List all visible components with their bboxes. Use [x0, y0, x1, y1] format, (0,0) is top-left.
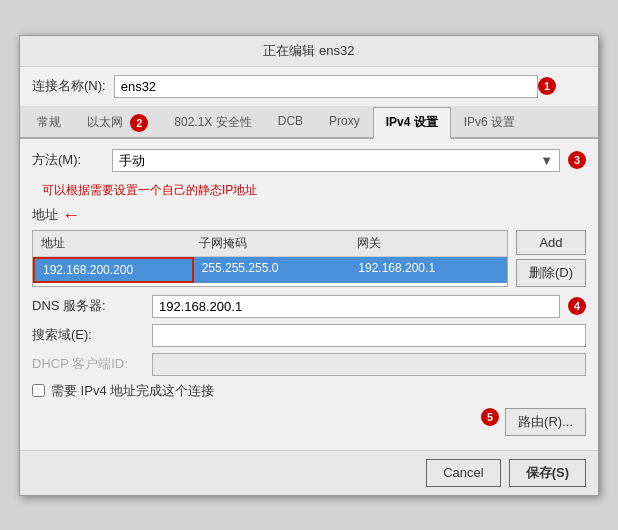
annotation-1: 1 — [538, 77, 556, 95]
cell-gateway: 192.168.200.1 — [350, 257, 507, 283]
connection-name-label: 连接名称(N): — [32, 77, 106, 95]
dns-label: DNS 服务器: — [32, 297, 152, 315]
tabs: 常规 以太网 2 802.1X 安全性 DCB Proxy IPv4 设置 IP… — [20, 107, 598, 139]
titlebar: 正在编辑 ens32 — [20, 36, 598, 67]
tab-8021x[interactable]: 802.1X 安全性 — [161, 107, 264, 139]
annotation-4: 4 — [568, 297, 586, 315]
annotation-2: 2 — [130, 114, 148, 132]
method-label: 方法(M): — [32, 151, 112, 169]
tab-proxy[interactable]: Proxy — [316, 107, 373, 139]
table-row[interactable]: 192.168.200.200 255.255.255.0 192.168.20… — [33, 257, 507, 283]
method-row: 方法(M): 手动 ▼ 3 — [32, 149, 586, 172]
search-row: 搜索域(E): — [32, 324, 586, 347]
dropdown-arrow-icon: ▼ — [540, 153, 553, 168]
require-ipv4-label: 需要 IPv4 地址完成这个连接 — [51, 382, 214, 400]
add-button[interactable]: Add — [516, 230, 586, 255]
dns-input[interactable] — [152, 295, 560, 318]
dhcp-input[interactable] — [152, 353, 586, 376]
connection-name-input[interactable] — [114, 75, 538, 98]
annotation-text: 可以根据需要设置一个自己的静态IP地址 — [42, 182, 586, 199]
annotation-3: 3 — [568, 151, 586, 169]
tab-dcb[interactable]: DCB — [265, 107, 316, 139]
routes-button[interactable]: 路由(R)... — [505, 408, 586, 436]
address-area: 地址 子网掩码 网关 192.168.200.200 255.255.255.0… — [32, 230, 586, 287]
address-table: 地址 子网掩码 网关 192.168.200.200 255.255.255.0… — [32, 230, 508, 287]
checkbox-row: 需要 IPv4 地址完成这个连接 — [32, 382, 586, 400]
address-table-header: 地址 子网掩码 网关 — [33, 231, 507, 257]
col-subnet: 子网掩码 — [191, 231, 349, 256]
routes-row: 5 路由(R)... — [32, 408, 586, 436]
method-select[interactable]: 手动 — [119, 153, 540, 168]
tab-ipv6[interactable]: IPv6 设置 — [451, 107, 528, 139]
dialog: 正在编辑 ens32 连接名称(N): 1 常规 以太网 2 802.1X 安全… — [19, 35, 599, 496]
method-select-wrapper[interactable]: 手动 ▼ — [112, 149, 560, 172]
bottom-right: Cancel 保存(S) — [426, 459, 586, 487]
cell-subnet: 255.255.255.0 — [194, 257, 351, 283]
address-section-label: 地址 ← — [32, 205, 586, 226]
dhcp-row: DHCP 客户端ID: — [32, 353, 586, 376]
search-input[interactable] — [152, 324, 586, 347]
dhcp-label: DHCP 客户端ID: — [32, 355, 152, 373]
cell-address: 192.168.200.200 — [33, 257, 194, 283]
search-label: 搜索域(E): — [32, 326, 152, 344]
col-gateway: 网关 — [349, 231, 507, 256]
tab-ethernet[interactable]: 以太网 2 — [74, 107, 161, 139]
bottom-bar: Cancel 保存(S) — [20, 450, 598, 495]
connection-name-row: 连接名称(N): 1 — [20, 67, 598, 107]
tab-general[interactable]: 常规 — [24, 107, 74, 139]
dns-row: DNS 服务器: 4 — [32, 295, 586, 318]
col-address: 地址 — [33, 231, 191, 256]
tab-ipv4[interactable]: IPv4 设置 — [373, 107, 451, 139]
address-actions: Add 删除(D) — [516, 230, 586, 287]
ipv4-tab-content: 方法(M): 手动 ▼ 3 可以根据需要设置一个自己的静态IP地址 地址 ← 地… — [20, 139, 598, 450]
cancel-button[interactable]: Cancel — [426, 459, 500, 487]
delete-button[interactable]: 删除(D) — [516, 259, 586, 287]
arrow-left-icon: ← — [62, 205, 80, 226]
require-ipv4-checkbox[interactable] — [32, 384, 45, 397]
save-button[interactable]: 保存(S) — [509, 459, 586, 487]
dialog-title: 正在编辑 ens32 — [263, 43, 354, 58]
annotation-5: 5 — [481, 408, 499, 426]
